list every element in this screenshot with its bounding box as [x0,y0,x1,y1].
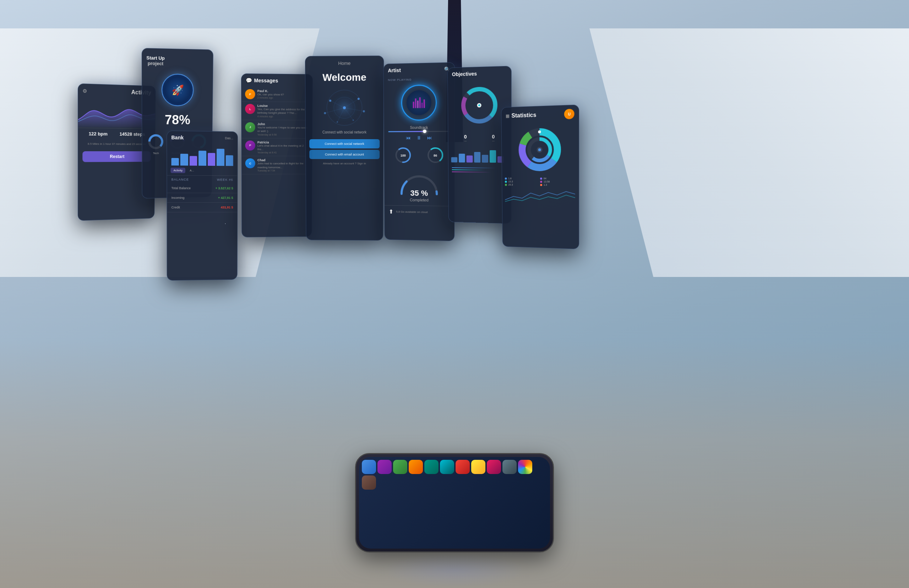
activity-footer-text: 8.5 Miles in 1 hour 37 minutes and 15 se… [88,142,146,146]
artist-numbers: 100 86 [384,144,454,168]
prev-button[interactable]: ⏮ [406,135,411,141]
stats-donut-area [502,123,579,176]
patricia-msg: Let's chat about it in the meeting at 2 … [257,144,308,151]
patricia-time: Yesterday at 8:41 [257,151,308,154]
credit-value: 431,91 $ [221,205,233,209]
legend-dot-l6 [540,184,542,186]
john-time: Yesterday at 9:56 [257,133,308,136]
messages-header: 💬 Messages [241,74,312,88]
bank-header: Bank Das... [167,131,237,145]
restart-button[interactable]: Restart [82,151,150,162]
obj-sub-1: — [464,139,467,142]
next-button[interactable]: ⏭ [427,135,432,141]
credit-label: Credit [171,205,180,209]
legend-l5: 25.3 [505,184,539,186]
total-value: + 3.527,62 $ [216,186,233,190]
legend-l1: 1.8 [505,177,539,180]
legend-text-l5: 25.3 [508,184,513,186]
legend-line-1 [452,167,496,168]
legend-l3: 15.3 [505,180,539,183]
bank-balance-header: BALANCE Week #6 [167,175,237,184]
card-statistics: ▦ Statistics U [501,104,579,249]
completion-pct-wrap: 35 % Completed [388,189,451,202]
louise-time: 4 minutes ago [257,115,308,118]
artist-title: Artist [388,68,400,73]
startup-header: Start Up project [142,48,213,71]
social-login-button[interactable]: Connect with social network [309,139,379,149]
legend-text-l2: 84 [544,177,546,180]
bar-2 [180,154,188,165]
email-login-button[interactable]: Connect with email account [309,150,379,159]
msg-john[interactable]: J John You're welcome ! Hope to see you … [241,120,312,139]
legend-text-l3: 15.3 [508,180,513,183]
storage-text: 5,8 Go available on cloud [396,210,428,214]
svg-rect-34 [459,154,465,163]
num1-item: 100 [394,146,412,165]
legend-dot-l1 [505,178,507,180]
stats-line-chart [502,187,579,207]
rocket-icon: 🚀 [171,84,184,96]
legend-line-3 [452,171,491,173]
eq-bar-6 [424,99,425,108]
incoming-value: + 427,91 $ [218,196,233,200]
bpm-value: 122 bpm [89,131,108,137]
eq-bar-4 [419,97,421,108]
msg-chad[interactable]: C Chad John had to cancelled in flight f… [242,156,312,174]
playback-controls: ⏮ ⏸ ⏭ [384,132,454,144]
messages-header-left: 💬 Messages [246,78,278,84]
legend-dot-l4 [540,180,542,183]
msg-louise[interactable]: L Louise Yes, Can you give the address f… [241,102,312,120]
john-name: John [257,122,308,126]
statistics-header: ▦ Statistics U [501,105,579,124]
now-playing-label: Now playing [384,76,454,82]
msg-patricia-content: Patricia Let's chat about it in the meet… [257,140,308,154]
obj-num-2: 0 [492,134,495,139]
legend-l2: 84 [540,177,576,180]
obj-item-2: 0 — [492,134,495,142]
tech-donut-svg [147,133,165,150]
obj-bars-svg [451,149,507,163]
home-title-label: Home [305,56,383,66]
welcome-text: Welcome [305,66,383,86]
signin-link[interactable]: Already have an account ? Sign in [306,160,383,166]
play-button[interactable]: ⏸ [417,135,421,141]
incoming-label: Incoming [171,196,185,200]
completion-label: Completed [388,197,451,202]
obj-num-1: 0 [464,134,467,139]
card-artist: Artist 🔍 Now playing Soundtrack [383,62,455,241]
message-icon: 💬 [246,78,252,84]
bar-6 [216,149,224,166]
bpm-stat: 122 bpm [89,131,108,137]
svg-rect-35 [467,155,473,163]
bar-1 [171,158,179,165]
startup-percentage: 78% [142,109,212,130]
tab-analytics[interactable]: A... [187,168,197,173]
tab-activity[interactable]: Activity [170,168,186,173]
legend-dot-l2 [540,177,542,179]
john-msg: You're welcome ! Hope to see you soon or… [257,126,308,133]
legend-l4: 13.58 [540,180,576,183]
chad-name: Chad [257,158,308,162]
steps-stat: 14528 steps [119,131,145,137]
svg-text:86: 86 [434,154,437,157]
svg-rect-36 [474,152,480,163]
startup-rocket-circle: 🚀 [161,73,194,106]
card-home: Home Welcome [305,56,384,241]
svg-rect-38 [490,150,496,163]
svg-point-9 [329,100,331,102]
week-label: Week #6 [217,178,233,181]
stats-donut-svg [517,126,563,173]
msg-patricia[interactable]: P Patricia Let's chat about it in the me… [241,138,312,156]
bank-credit: Credit 431,91 $ [167,203,237,212]
svg-point-11 [363,110,365,112]
msg-paul[interactable]: P Paul K. Ok, can you show it? 2 minutes… [241,87,312,102]
stats-line-svg [505,189,575,204]
startup-subtitle: project [146,60,165,66]
bank-total: Total Balance + 3.527,62 $ [167,184,237,194]
eq-bar-3 [417,100,419,108]
legend-line-2 [452,170,485,170]
screens-container: ⚙ Activity 122 bpm 14528 steps [71,28,838,481]
bank-bar-chart [167,144,237,166]
legend-text-l4: 13.58 [544,180,550,183]
total-label: Total Balance [171,186,191,190]
